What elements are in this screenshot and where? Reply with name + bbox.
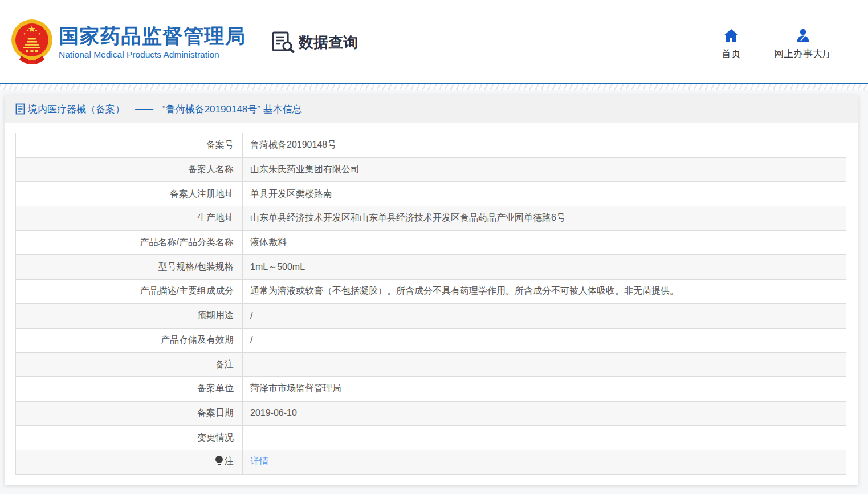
data-query-label: 数据查询 — [299, 33, 358, 52]
row-label: 产品存储及有效期 — [16, 328, 243, 353]
nav-home-label: 首页 — [722, 47, 741, 60]
table-row: 备案人名称山东朱氏药业集团有限公司 — [16, 157, 846, 182]
row-value: 1mL～500mL — [243, 255, 846, 280]
row-label: 预期用途 — [16, 303, 243, 328]
data-query-tab[interactable]: 数据查询 — [272, 31, 358, 53]
stripe-band — [0, 84, 868, 90]
page: 国家药品监督管理局 National Medical Products Admi… — [0, 0, 868, 494]
site-title: 国家药品监督管理局 — [59, 25, 246, 47]
row-label: 备注 — [16, 353, 243, 377]
row-value — [243, 353, 846, 377]
table-row: 产品存储及有效期/ — [16, 328, 846, 353]
row-label: 型号规格/包装规格 — [16, 255, 243, 280]
home-icon — [723, 29, 739, 43]
row-label: 注 — [16, 450, 243, 474]
breadcrumb-category: 境内医疗器械（备案） — [28, 103, 125, 116]
row-label: 备案日期 — [16, 401, 243, 426]
row-value: 鲁菏械备20190148号 — [243, 133, 846, 158]
table-row: 生产地址山东单县经济技术开发区和山东单县经济技术开发区食品药品产业园单德路6号 — [16, 206, 846, 231]
table-row: 备注 — [16, 353, 846, 377]
row-label: 变更情况 — [16, 426, 243, 450]
row-value: 山东单县经济技术开发区和山东单县经济技术开发区食品药品产业园单德路6号 — [243, 206, 846, 231]
row-value: 单县开发区樊楼路南 — [243, 182, 846, 206]
breadcrumb: 境内医疗器械（备案） —— “鲁菏械备20190148号” 基本信息 — [5, 95, 858, 123]
top-nav: 首页 网上办事大厅 — [722, 29, 832, 60]
site-subtitle: National Medical Products Administration — [59, 50, 246, 60]
table-row: 产品描述/主要组成成分通常为溶液或软膏（不包括凝胶）。所含成分不具有药理学作用。… — [16, 280, 846, 304]
national-emblem-logo — [10, 18, 54, 65]
row-value — [243, 426, 846, 450]
row-label: 产品描述/主要组成成分 — [16, 280, 243, 304]
page-title: “鲁菏械备20190148号” 基本信息 — [162, 103, 302, 116]
table-row: 备案单位菏泽市市场监督管理局 — [16, 376, 846, 401]
row-label: 备案号 — [16, 133, 243, 158]
row-value: / — [243, 328, 846, 353]
row-value: 详情 — [243, 450, 846, 474]
detail-link[interactable]: 详情 — [250, 456, 268, 466]
data-query-icon — [272, 31, 295, 53]
bulb-icon — [215, 456, 223, 465]
user-icon — [796, 29, 810, 43]
nav-home[interactable]: 首页 — [722, 29, 741, 60]
table-row: 产品名称/产品分类名称液体敷料 — [16, 230, 846, 255]
document-icon — [15, 103, 25, 115]
table-row: 预期用途/ — [16, 303, 846, 328]
nav-service-hall[interactable]: 网上办事大厅 — [774, 29, 832, 60]
row-label: 备案人注册地址 — [16, 182, 243, 206]
row-label: 备案单位 — [16, 376, 243, 401]
row-value: 液体敷料 — [243, 230, 846, 255]
breadcrumb-separator: —— — [135, 103, 152, 115]
row-value: / — [243, 303, 846, 328]
row-label: 备案人名称 — [16, 157, 243, 182]
row-label: 生产地址 — [16, 206, 243, 231]
nav-service-hall-label: 网上办事大厅 — [774, 47, 832, 60]
row-value: 山东朱氏药业集团有限公司 — [243, 157, 846, 182]
site-header: 国家药品监督管理局 National Medical Products Admi… — [0, 0, 868, 83]
row-label: 产品名称/产品分类名称 — [16, 230, 243, 255]
info-table: 备案号鲁菏械备20190148号备案人名称山东朱氏药业集团有限公司备案人注册地址… — [15, 133, 846, 475]
info-table-body: 备案号鲁菏械备20190148号备案人名称山东朱氏药业集团有限公司备案人注册地址… — [16, 133, 846, 475]
logo-text-block: 国家药品监督管理局 National Medical Products Admi… — [59, 25, 246, 60]
table-row: 备案人注册地址单县开发区樊楼路南 — [16, 182, 846, 206]
table-row: 变更情况 — [16, 426, 846, 450]
row-value: 菏泽市市场监督管理局 — [243, 376, 846, 401]
content-card: 境内医疗器械（备案） —— “鲁菏械备20190148号” 基本信息 备案号鲁菏… — [5, 95, 858, 485]
table-row: 备案号鲁菏械备20190148号 — [16, 133, 846, 158]
table-row: 型号规格/包装规格1mL～500mL — [16, 255, 846, 280]
row-value: 2019-06-10 — [243, 401, 846, 426]
table-row: 备案日期2019-06-10 — [16, 401, 846, 426]
table-row: 注详情 — [16, 450, 846, 474]
row-value: 通常为溶液或软膏（不包括凝胶）。所含成分不具有药理学作用。所含成分不可被人体吸收… — [243, 280, 846, 304]
